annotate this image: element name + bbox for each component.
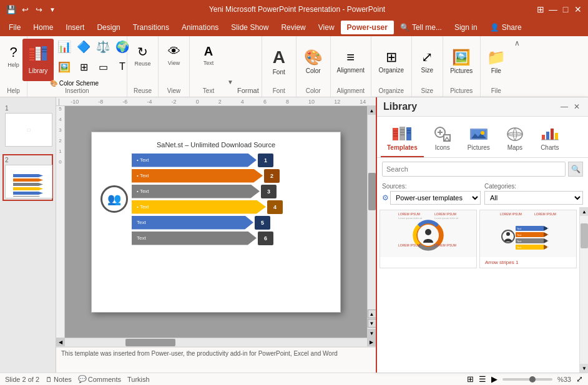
- slide-arrow-container: 👥 • Text 1: [132, 154, 331, 245]
- scroll-right-button[interactable]: ▶: [367, 338, 376, 347]
- svg-point-31: [481, 131, 484, 135]
- color-button[interactable]: 🎨 Color: [300, 41, 327, 83]
- horizontal-scrollbar[interactable]: ◀ ▶: [56, 338, 376, 346]
- collapse-ribbon-button[interactable]: ∧: [512, 37, 522, 49]
- charts-btn[interactable]: 📊: [55, 39, 74, 59]
- menu-view[interactable]: View: [312, 21, 341, 34]
- vertical-scrollbar[interactable]: ▲ ▲ ▼ ▼: [367, 106, 376, 338]
- save-button[interactable]: 💾: [5, 3, 17, 16]
- file-btn-label: File: [491, 67, 501, 75]
- svg-text:2: 2: [547, 233, 549, 236]
- menu-poweruser[interactable]: Power-user: [341, 21, 394, 34]
- library-panel-title: Library: [383, 101, 417, 112]
- menu-insert[interactable]: Insert: [59, 21, 91, 34]
- menu-file[interactable]: File: [2, 21, 27, 34]
- tab-icons[interactable]: Icons: [426, 122, 459, 157]
- slide-row-3: • Text 3: [132, 185, 331, 198]
- scroll-next-slide[interactable]: ▼: [368, 319, 376, 328]
- menu-home[interactable]: Home: [27, 21, 59, 34]
- taskbar-icon-button[interactable]: ⊞: [536, 4, 546, 14]
- table-btn[interactable]: ⊞: [74, 60, 93, 77]
- zoom-thumb[interactable]: [529, 376, 536, 383]
- shapes-btn[interactable]: 🔷: [74, 39, 93, 59]
- menu-signin[interactable]: Sign in: [448, 21, 484, 34]
- svg-text:Text: Text: [517, 240, 522, 243]
- menu-animations[interactable]: Animations: [175, 21, 225, 34]
- fit-window-button[interactable]: ⤢: [576, 374, 583, 384]
- redo-button[interactable]: ↪: [32, 3, 45, 16]
- share-icon: 👤: [490, 23, 499, 32]
- slide-thumb-1[interactable]: 1 □: [2, 102, 53, 149]
- menu-share[interactable]: 👤 Share: [484, 21, 528, 34]
- ribbon-help-btn[interactable]: ? Help: [2, 43, 25, 80]
- organize-button[interactable]: ⊞ Organize: [378, 41, 405, 83]
- svg-rect-14: [393, 130, 398, 132]
- h-scroll-track: [65, 338, 367, 347]
- menu-review[interactable]: Review: [275, 21, 311, 34]
- library-scroll-down[interactable]: ▼: [580, 364, 588, 373]
- slideshow-button[interactable]: ▶: [491, 374, 497, 384]
- library-scroll-thumb[interactable]: [581, 223, 588, 248]
- library-search-input[interactable]: [382, 162, 566, 177]
- icons-btn[interactable]: ⚖️: [94, 39, 112, 59]
- library-scroll-up[interactable]: ▲: [580, 207, 588, 216]
- library-item-1[interactable]: LOREM IPSUM Lorem ipsum dolor sit LOREM …: [380, 210, 477, 268]
- library-button[interactable]: Library: [22, 39, 54, 81]
- slide-btn[interactable]: ▭: [94, 60, 112, 77]
- comments-toggle-button[interactable]: 💬 Comments: [78, 375, 121, 383]
- file-ribbon-button[interactable]: 📁 File: [483, 41, 510, 83]
- slide-thumb-2[interactable]: 2: [2, 154, 53, 201]
- svg-text:Lorem ipsum dolor sit: Lorem ipsum dolor sit: [398, 217, 423, 220]
- h-scroll-thumb[interactable]: [125, 339, 175, 346]
- close-button[interactable]: ✕: [573, 4, 583, 14]
- font-button[interactable]: A Font: [265, 41, 293, 83]
- scroll-prev-slide[interactable]: ▲: [368, 309, 376, 318]
- maximize-button[interactable]: □: [561, 4, 571, 14]
- ribbon-group-color-label: Color: [296, 87, 330, 94]
- size-button[interactable]: ⤢ Size: [413, 41, 441, 83]
- library-item-2[interactable]: LOREM IPSUM LOREM IPSUM Text 1: [479, 210, 577, 268]
- normal-view-button[interactable]: ⊞: [467, 374, 474, 384]
- undo-button[interactable]: ↩: [19, 3, 31, 16]
- tab-pictures[interactable]: Pictures: [461, 122, 496, 157]
- tab-templates[interactable]: Templates: [381, 122, 424, 157]
- scroll-thumb[interactable]: [368, 173, 376, 210]
- charts-tab-icon: [540, 125, 560, 143]
- library-search-button[interactable]: 🔍: [568, 162, 583, 177]
- notes-toggle-button[interactable]: 🗒 Notes: [46, 376, 72, 383]
- customize-qat-button[interactable]: ▼: [46, 3, 59, 16]
- svg-rect-19: [400, 132, 404, 133]
- reuse-btn[interactable]: ↻ Reuse: [130, 43, 155, 80]
- menu-slideshow[interactable]: Slide Show: [225, 21, 275, 34]
- text-group-extend[interactable]: ▼: [227, 79, 235, 97]
- library-btn-label: Library: [29, 67, 48, 75]
- ribbon-group-reuse-label: Reuse: [127, 87, 158, 94]
- view-ribbon-btn[interactable]: 👁 View: [162, 43, 187, 80]
- scroll-down-button[interactable]: ▼: [368, 329, 376, 338]
- alignment-btn-label: Alignment: [337, 67, 365, 74]
- minimize-button[interactable]: —: [548, 4, 558, 14]
- library-item-2-label-area: Arrow stripes 1: [480, 257, 576, 268]
- text-ribbon-btn[interactable]: A Text: [193, 43, 224, 80]
- pictures-button[interactable]: 🖼️ Pictures: [448, 41, 475, 83]
- menu-transitions[interactable]: Transitions: [127, 21, 175, 34]
- scroll-left-button[interactable]: ◀: [56, 338, 65, 347]
- ruler-vertical: 543210: [56, 106, 65, 338]
- library-close-button[interactable]: ✕: [572, 102, 582, 112]
- alignment-button[interactable]: ≡ Alignment: [337, 41, 365, 83]
- scroll-up-button[interactable]: ▲: [368, 106, 376, 115]
- notes-text: This template was inserted from Power-us…: [61, 350, 338, 357]
- library-minimize-button[interactable]: —: [559, 102, 569, 112]
- svg-text:Lorem ipsum dolor sit: Lorem ipsum dolor sit: [434, 217, 459, 220]
- menu-design[interactable]: Design: [91, 21, 126, 34]
- tab-charts[interactable]: Charts: [534, 122, 566, 157]
- sources-select[interactable]: Power-user templates: [390, 191, 481, 205]
- notes-area: This template was inserted from Power-us…: [56, 346, 376, 373]
- outline-view-button[interactable]: ☰: [479, 374, 486, 384]
- menu-tellme[interactable]: 🔍 Tell me...: [394, 21, 448, 34]
- zoom-slider[interactable]: [502, 378, 552, 381]
- pictures-insert-btn[interactable]: 🖼️: [55, 60, 74, 77]
- people-circle-icon: 👥: [100, 185, 128, 213]
- tab-maps[interactable]: Maps: [499, 122, 531, 157]
- categories-select[interactable]: All: [484, 191, 583, 205]
